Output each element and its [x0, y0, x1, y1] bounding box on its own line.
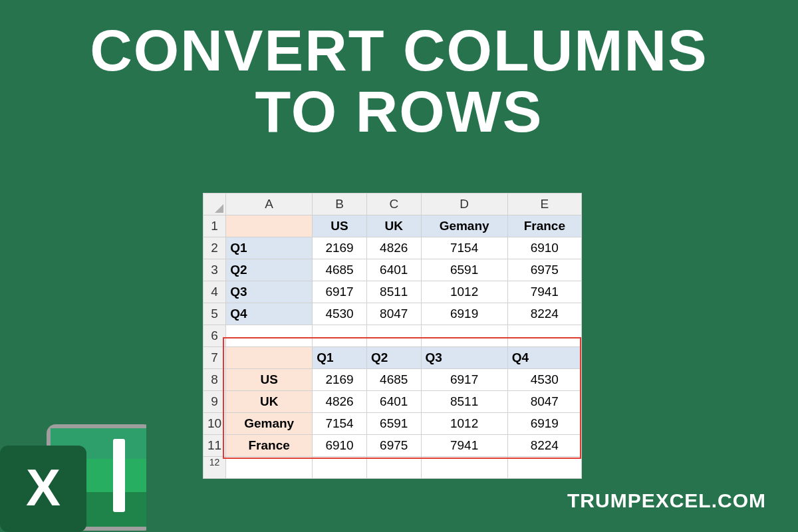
title-line-2: TO ROWS	[0, 81, 798, 142]
cell[interactable]	[366, 457, 421, 479]
cell[interactable]	[313, 325, 367, 347]
table-row: 12	[203, 457, 582, 479]
row-header[interactable]: 9	[203, 391, 226, 413]
row-header[interactable]: 3	[203, 259, 226, 281]
cell[interactable]: 4685	[313, 259, 367, 281]
table-row: 5 Q4 4530 8047 6919 8224	[203, 303, 582, 325]
cell[interactable]	[226, 457, 313, 479]
cell[interactable]: 8511	[421, 391, 507, 413]
cell[interactable]: 7154	[313, 413, 367, 435]
col-header-b[interactable]: B	[313, 194, 367, 215]
cell[interactable]: Q3	[226, 281, 313, 303]
cell[interactable]: 2169	[313, 369, 367, 391]
cell[interactable]	[421, 325, 507, 347]
cell[interactable]: Q1	[226, 237, 313, 259]
table-row: 9 UK 4826 6401 8511 8047	[203, 391, 582, 413]
table-row: 11 France 6910 6975 7941 8224	[203, 435, 582, 457]
row-header[interactable]: 12	[203, 457, 226, 479]
title-line-1: CONVERT COLUMNS	[0, 20, 798, 81]
cell[interactable]	[226, 347, 313, 369]
cell[interactable]: 4685	[366, 369, 421, 391]
cell[interactable]: 6917	[421, 369, 507, 391]
cell[interactable]: 6975	[507, 259, 581, 281]
cell[interactable]: Q1	[313, 347, 367, 369]
cell[interactable]: 1012	[421, 413, 507, 435]
col-header-a[interactable]: A	[226, 194, 313, 215]
cell[interactable]: 6401	[366, 391, 421, 413]
cell[interactable]: 7941	[507, 281, 581, 303]
spreadsheet: A B C D E 1 US UK Gemany France 2 Q1 216…	[203, 193, 582, 479]
cell[interactable]	[313, 457, 367, 479]
cell[interactable]: UK	[226, 391, 313, 413]
cell[interactable]: 6919	[507, 413, 581, 435]
row-header[interactable]: 7	[203, 347, 226, 369]
cell[interactable]: France	[226, 435, 313, 457]
svg-text:X: X	[26, 458, 61, 517]
cell[interactable]: Q4	[507, 347, 581, 369]
table-row: 2 Q1 2169 4826 7154 6910	[203, 237, 582, 259]
cell[interactable]: Q3	[421, 347, 507, 369]
row-header[interactable]: 6	[203, 325, 226, 347]
row-header[interactable]: 2	[203, 237, 226, 259]
table-row: 4 Q3 6917 8511 1012 7941	[203, 281, 582, 303]
col-header-e[interactable]: E	[507, 194, 581, 215]
cell[interactable]: 6917	[313, 281, 367, 303]
row-header[interactable]: 10	[203, 413, 226, 435]
cell[interactable]	[507, 457, 581, 479]
table-row: 6	[203, 325, 582, 347]
col-header-c[interactable]: C	[366, 194, 421, 215]
select-all-corner[interactable]	[203, 194, 226, 215]
cell[interactable]: 2169	[313, 237, 367, 259]
cell[interactable]: US	[313, 215, 367, 237]
cell[interactable]: Gemany	[226, 413, 313, 435]
cell[interactable]	[507, 325, 581, 347]
table-row: 8 US 2169 4685 6917 4530	[203, 369, 582, 391]
cell[interactable]: 8047	[366, 303, 421, 325]
table-row: 7 Q1 Q2 Q3 Q4	[203, 347, 582, 369]
cell[interactable]	[366, 325, 421, 347]
row-header[interactable]: 4	[203, 281, 226, 303]
cell[interactable]	[226, 215, 313, 237]
cell[interactable]: 8224	[507, 303, 581, 325]
cell[interactable]	[421, 457, 507, 479]
cell[interactable]: France	[507, 215, 581, 237]
cell[interactable]: 7154	[421, 237, 507, 259]
spreadsheet-container: A B C D E 1 US UK Gemany France 2 Q1 216…	[203, 193, 582, 479]
cell[interactable]: UK	[366, 215, 421, 237]
cell[interactable]: 4530	[507, 369, 581, 391]
cell[interactable]: Q4	[226, 303, 313, 325]
cell[interactable]: 8511	[366, 281, 421, 303]
cell[interactable]: 6975	[366, 435, 421, 457]
cell[interactable]: 6919	[421, 303, 507, 325]
cell[interactable]: 7941	[421, 435, 507, 457]
cell[interactable]: Q2	[366, 347, 421, 369]
cell[interactable]: 8047	[507, 391, 581, 413]
cell[interactable]: 6401	[366, 259, 421, 281]
col-header-d[interactable]: D	[421, 194, 507, 215]
svg-rect-5	[113, 439, 125, 512]
cell[interactable]: 6910	[507, 237, 581, 259]
cell[interactable]: Gemany	[421, 215, 507, 237]
row-header[interactable]: 5	[203, 303, 226, 325]
cell[interactable]: 6591	[366, 413, 421, 435]
cell[interactable]: 6591	[421, 259, 507, 281]
cell[interactable]: 4826	[313, 391, 367, 413]
excel-icon: X	[0, 412, 146, 532]
row-header[interactable]: 1	[203, 215, 226, 237]
cell[interactable]: US	[226, 369, 313, 391]
cell[interactable]: 4826	[366, 237, 421, 259]
row-header[interactable]: 8	[203, 369, 226, 391]
column-header-row: A B C D E	[203, 194, 582, 215]
cell[interactable]: 6910	[313, 435, 367, 457]
cell[interactable]: 4530	[313, 303, 367, 325]
cell[interactable]: 8224	[507, 435, 581, 457]
row-header[interactable]: 11	[203, 435, 226, 457]
cell[interactable]	[226, 325, 313, 347]
table-row: 3 Q2 4685 6401 6591 6975	[203, 259, 582, 281]
cell[interactable]: Q2	[226, 259, 313, 281]
footer-brand: TRUMPEXCEL.COM	[567, 489, 766, 512]
page-title: CONVERT COLUMNS TO ROWS	[0, 0, 798, 143]
table-row: 1 US UK Gemany France	[203, 215, 582, 237]
cell[interactable]: 1012	[421, 281, 507, 303]
table-row: 10 Gemany 7154 6591 1012 6919	[203, 413, 582, 435]
